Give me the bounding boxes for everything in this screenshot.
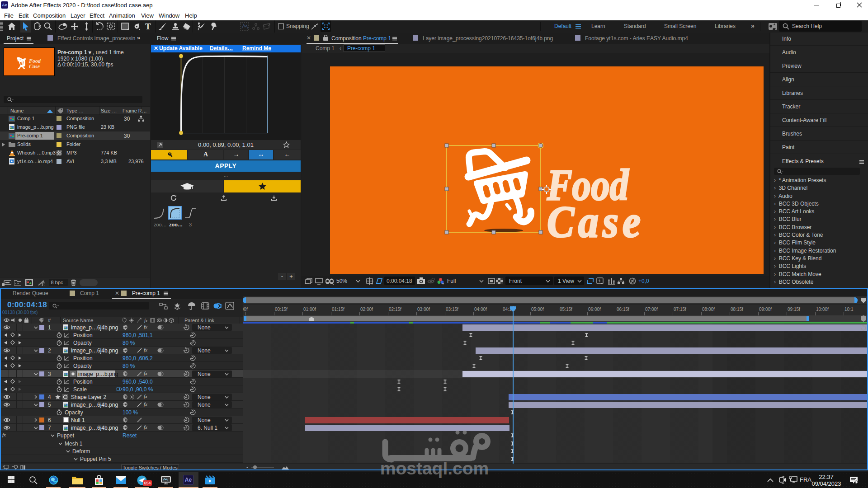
svg-text:fx: fx — [144, 318, 148, 323]
svg-text:Case: Case — [29, 63, 40, 70]
svg-text:mostaql.com: mostaql.com — [380, 459, 489, 478]
